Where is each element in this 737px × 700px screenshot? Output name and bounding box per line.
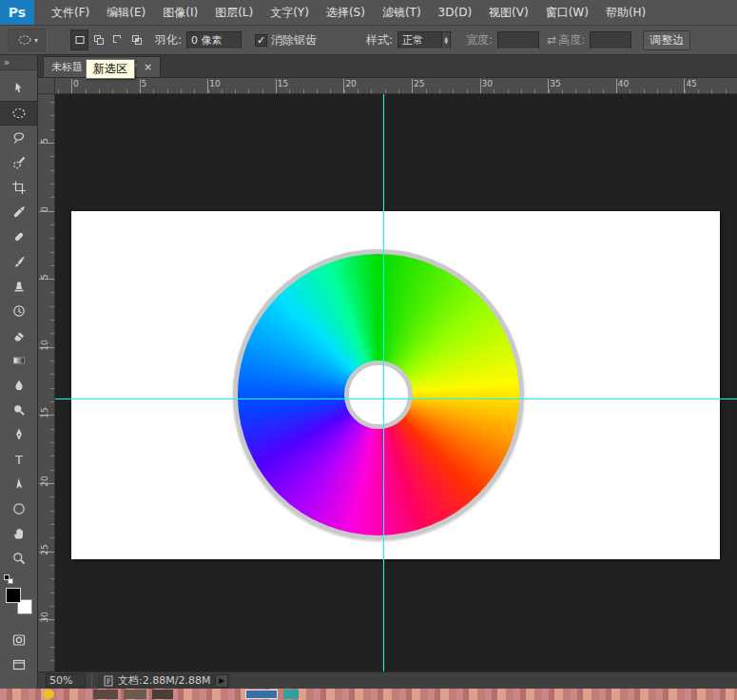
ruler-label: 5 [40, 133, 49, 148]
quick-mask-button[interactable] [11, 628, 27, 652]
ruler-label: 0 [73, 79, 79, 88]
foreground-background-swatches[interactable] [6, 588, 32, 614]
crop-tool[interactable] [0, 175, 37, 200]
gradient-tool[interactable] [0, 348, 37, 373]
document-size-text: 文档:2.88M/2.88M [118, 673, 210, 688]
spot-healing-brush-tool[interactable] [0, 224, 37, 249]
refine-edge-button[interactable]: 调整边 [643, 30, 690, 50]
ellipse-shape-icon [11, 501, 27, 516]
taskbar-icon[interactable] [152, 690, 173, 699]
subtract-from-selection-button[interactable] [108, 29, 126, 50]
menu-3d[interactable]: 3D(D) [431, 2, 479, 23]
blur-tool[interactable] [0, 373, 37, 398]
quick-selection-tool[interactable] [0, 150, 37, 175]
menu-edit[interactable]: 编辑(E) [99, 1, 153, 25]
move-tool-icon [11, 81, 27, 96]
style-value: 正常 [402, 33, 423, 48]
ruler-label: 15 [278, 79, 288, 88]
panel-collapse-button[interactable]: » [0, 55, 37, 70]
ruler-label: 20 [40, 474, 49, 489]
spinner-arrows-icon[interactable]: ▲ ▼ [441, 32, 450, 49]
menu-items: 文件(F) 编辑(E) 图像(I) 图层(L) 文字(Y) 选择(S) 滤镜(T… [34, 0, 653, 25]
eyedropper-tool[interactable] [0, 200, 37, 224]
swap-width-height-icon[interactable]: ⇄ [547, 33, 556, 47]
horizontal-guide[interactable] [55, 399, 737, 399]
menu-layer[interactable]: 图层(L) [207, 1, 261, 25]
taskbar-icon[interactable] [44, 690, 54, 699]
taskbar-icon[interactable] [245, 690, 278, 699]
quick-mask-icon [11, 632, 27, 648]
brush-tool-icon [11, 254, 27, 269]
lasso-tool-icon [11, 130, 27, 146]
taskbar-icon[interactable] [283, 690, 299, 699]
style-label: 样式: [366, 32, 393, 49]
feather-input[interactable]: 0 像素 [186, 31, 242, 49]
document-size-icon [104, 675, 113, 687]
ruler-label: 30 [482, 79, 493, 88]
clone-stamp-icon [11, 279, 27, 294]
quick-selection-icon [11, 155, 27, 170]
new-selection-button[interactable] [70, 29, 88, 50]
path-selection-tool[interactable] [0, 472, 37, 496]
elliptical-marquee-tool[interactable] [0, 101, 37, 126]
menu-filter[interactable]: 滤镜(T) [375, 1, 429, 25]
eraser-tool[interactable] [0, 323, 37, 348]
intersect-selection-button[interactable] [127, 29, 145, 50]
document-canvas[interactable] [71, 211, 720, 559]
vertical-guide[interactable] [383, 94, 384, 671]
ruler-label: 25 [414, 79, 424, 88]
menu-help[interactable]: 帮助(H) [598, 1, 653, 25]
tool-preset-picker[interactable]: ▾ [8, 29, 48, 51]
status-expand-button[interactable]: ▶ [215, 674, 228, 688]
move-tool[interactable] [0, 76, 37, 101]
add-to-selection-button[interactable] [89, 29, 107, 50]
menu-type[interactable]: 文字(Y) [262, 1, 317, 25]
height-label: 高度: [558, 32, 585, 49]
pasteboard[interactable] [55, 94, 737, 671]
brush-tool[interactable] [0, 249, 37, 274]
menu-window[interactable]: 窗口(W) [538, 1, 596, 25]
color-wheel [233, 249, 524, 540]
document-tab-bar: 未标题 (RGB/8) * × 新选区 [38, 55, 737, 78]
style-dropdown[interactable]: 正常 ▲ ▼ [398, 31, 451, 49]
history-brush-tool[interactable] [0, 299, 37, 323]
antialias-checkbox[interactable]: ✓ [255, 34, 267, 47]
zoom-tool[interactable] [0, 546, 37, 571]
ruler-corner[interactable] [38, 78, 55, 94]
crop-tool-icon [11, 180, 27, 195]
lasso-tool[interactable] [0, 126, 37, 150]
default-colors-icon[interactable] [4, 574, 13, 584]
color-wheel-hole [344, 360, 413, 429]
eyedropper-icon [11, 204, 27, 220]
menu-file[interactable]: 文件(F) [44, 1, 97, 25]
antialias-label: 消除锯齿 [271, 32, 317, 49]
menu-view[interactable]: 视图(V) [481, 1, 536, 25]
color-swatches [0, 574, 37, 628]
hand-tool[interactable] [0, 521, 37, 546]
menu-select[interactable]: 选择(S) [319, 1, 373, 25]
height-input[interactable] [590, 31, 631, 49]
taskbar-icon[interactable] [124, 690, 146, 699]
pen-tool[interactable] [0, 422, 37, 447]
foreground-color-swatch[interactable] [6, 588, 21, 603]
width-input[interactable] [497, 31, 539, 49]
selection-mode-buttons [70, 29, 145, 50]
screen-mode-button[interactable] [11, 652, 27, 677]
ruler-label: 10 [209, 79, 220, 88]
menu-image[interactable]: 图像(I) [155, 1, 205, 25]
vertical-ruler[interactable]: 5051015202530 [38, 94, 55, 671]
photoshop-logo: Ps [0, 0, 34, 25]
ruler-label: 30 [40, 610, 49, 625]
close-icon[interactable]: × [144, 61, 152, 73]
ellipse-tool[interactable] [0, 496, 37, 521]
taskbar-icon[interactable] [93, 690, 118, 699]
history-brush-icon [11, 303, 27, 319]
type-tool[interactable]: T [0, 447, 37, 472]
dodge-tool[interactable] [0, 398, 37, 422]
clone-stamp-tool[interactable] [0, 274, 37, 299]
zoom-level-field[interactable]: 50% [46, 673, 86, 688]
document-title: 未标题 [51, 60, 83, 74]
dodge-tool-icon [11, 402, 27, 418]
horizontal-ruler[interactable]: 051015202530354045 [55, 78, 737, 94]
width-label: 宽度: [466, 32, 493, 49]
